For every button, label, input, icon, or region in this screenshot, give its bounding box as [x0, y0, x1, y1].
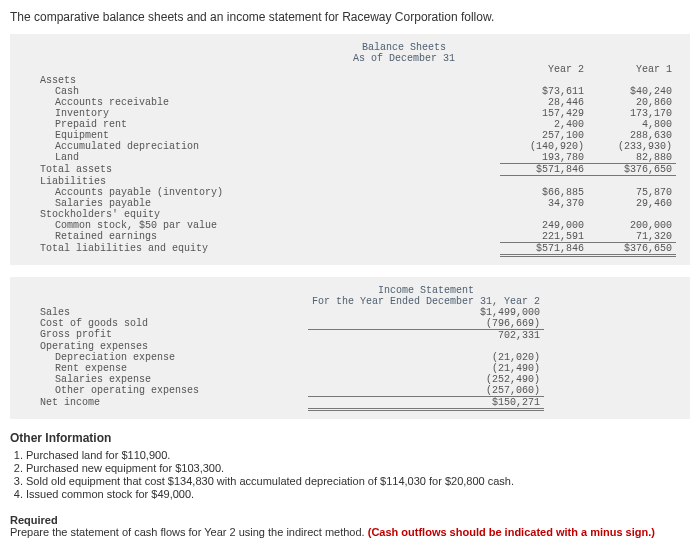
table-row: Sales [10, 307, 308, 318]
table-row: Common stock, $50 par value [10, 220, 308, 231]
table-row: Retained earnings [10, 231, 308, 243]
is-title1: Income Statement [308, 285, 544, 296]
income-statement-table: Income Statement For the Year Ended Dece… [10, 285, 690, 411]
table-row: Gross profit [10, 329, 308, 341]
liabilities-label: Liabilities [10, 176, 308, 187]
bs-title1: Balance Sheets [308, 42, 500, 53]
table-row: Land [10, 152, 308, 164]
bs-col2: Year 1 [588, 64, 676, 75]
table-row: Accounts payable (inventory) [10, 187, 308, 198]
table-row: Equipment [10, 130, 308, 141]
list-item: Purchased new equipment for $103,300. [26, 462, 690, 474]
income-statement-block: Income Statement For the Year Ended Dece… [10, 277, 690, 419]
balance-sheet-table: Balance Sheets As of December 31 Year 2Y… [10, 42, 690, 257]
is-title2: For the Year Ended December 31, Year 2 [308, 296, 544, 307]
net-income-label: Net income [10, 396, 308, 409]
list-item: Purchased land for $110,900. [26, 449, 690, 461]
table-row: Accounts receivable [10, 97, 308, 108]
balance-sheet-block: Balance Sheets As of December 31 Year 2Y… [10, 34, 690, 265]
required-heading: Required [10, 514, 690, 526]
table-row: Cash [10, 86, 308, 97]
table-row: Salaries expense [10, 374, 308, 385]
list-item: Sold old equipment that cost $134,830 wi… [26, 475, 690, 487]
table-row: Depreciation expense [10, 352, 308, 363]
total-le-label: Total liabilities and equity [10, 242, 308, 255]
required-text: Prepare the statement of cash flows for … [10, 526, 690, 538]
table-row: Prepaid rent [10, 119, 308, 130]
table-row: Salaries payable [10, 198, 308, 209]
table-row: Other operating expenses [10, 385, 308, 397]
bs-col1: Year 2 [500, 64, 588, 75]
required-warning: (Cash outflows should be indicated with … [368, 526, 655, 538]
opex-label: Operating expenses [10, 341, 308, 352]
bs-title2: As of December 31 [308, 53, 500, 64]
total-assets-label: Total assets [10, 164, 308, 176]
assets-label: Assets [10, 75, 308, 86]
list-item: Issued common stock for $49,000. [26, 488, 690, 500]
table-row: Accumulated depreciation [10, 141, 308, 152]
intro-text: The comparative balance sheets and an in… [10, 10, 690, 24]
table-row: Inventory [10, 108, 308, 119]
table-row: Rent expense [10, 363, 308, 374]
other-info-list: Purchased land for $110,900. Purchased n… [10, 449, 690, 500]
se-label: Stockholders' equity [10, 209, 308, 220]
table-row: Cost of goods sold [10, 318, 308, 330]
other-info-heading: Other Information [10, 431, 690, 445]
